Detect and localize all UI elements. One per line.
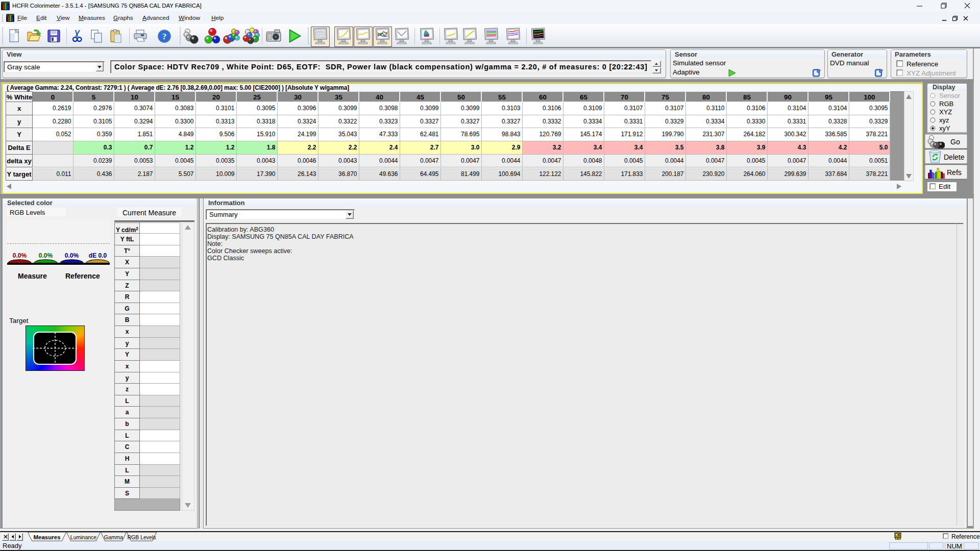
svg-text:?: ? <box>162 32 167 41</box>
